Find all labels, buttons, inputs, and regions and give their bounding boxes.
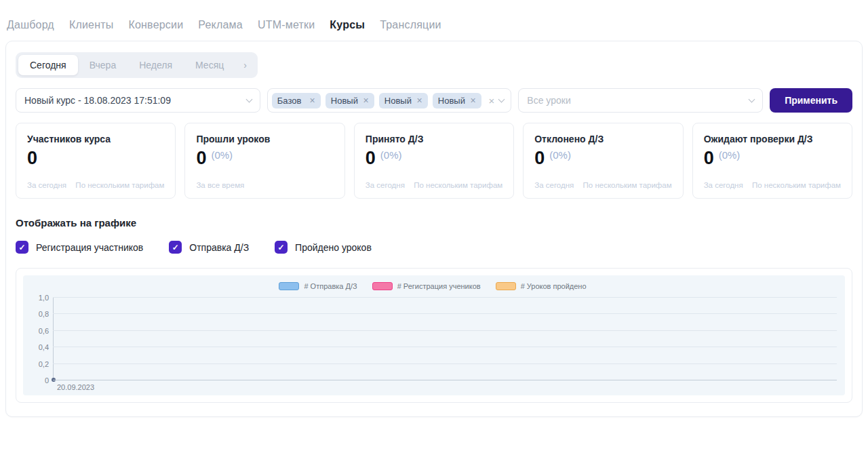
- tariff-chip-label: Базов: [277, 96, 302, 106]
- graph-checkbox-row: ✓ Регистрация участников ✓ Отправка Д/З …: [16, 241, 852, 254]
- tariff-multiselect[interactable]: Базов × Новый × Новый × Новый × ×: [267, 88, 512, 113]
- course-select[interactable]: Новый курс - 18.08.2023 17:51:09: [16, 88, 260, 113]
- legend-swatch: [372, 282, 393, 290]
- legend-item[interactable]: # Уроков пройдено: [496, 282, 587, 290]
- multiselect-clear-icon[interactable]: ×: [489, 96, 495, 106]
- stat-card: Ожидают проверки Д/З 0 (0%) За сегодня П…: [692, 123, 852, 199]
- stat-footer-left: За все время: [196, 181, 244, 189]
- filter-row: Новый курс - 18.08.2023 17:51:09 Базов ×…: [16, 88, 852, 113]
- stat-footer: За сегодня По нескольким тарифам: [366, 181, 502, 189]
- stat-footer-left: За сегодня: [366, 181, 405, 189]
- stat-value-row: 0 (0%): [704, 149, 841, 168]
- stat-title: Прошли уроков: [196, 134, 333, 144]
- nav-item[interactable]: Дашборд: [7, 19, 54, 31]
- lessons-select-placeholder: Все уроки: [527, 95, 570, 106]
- nav-item[interactable]: UTM-метки: [258, 19, 315, 31]
- y-axis-line: [53, 297, 54, 380]
- chevron-down-icon: [498, 96, 505, 103]
- tabs-more-chevron-right-icon[interactable]: ›: [235, 60, 255, 71]
- gridline: 1,0: [53, 297, 837, 298]
- graph-checkbox-item[interactable]: ✓ Регистрация участников: [16, 241, 143, 254]
- nav-item-label: UTM-метки: [258, 19, 315, 31]
- stat-footer-right: По нескольким тарифам: [414, 181, 502, 189]
- checkbox-checked-icon[interactable]: ✓: [275, 241, 288, 254]
- graph-checkbox-item[interactable]: ✓ Пройдено уроков: [275, 241, 372, 254]
- checkbox-label: Пройдено уроков: [295, 242, 372, 253]
- nav-item-label: Реклама: [198, 19, 243, 31]
- stat-percent: (0%): [719, 149, 741, 161]
- stat-value-row: 0 (0%): [196, 149, 333, 168]
- chip-remove-icon[interactable]: ×: [471, 96, 476, 105]
- stat-footer-right: По нескольким тарифам: [75, 181, 164, 189]
- checkbox-label: Регистрация участников: [36, 242, 143, 253]
- graph-checkbox-item[interactable]: ✓ Отправка Д/З: [169, 241, 249, 254]
- chart-plot: 1,0 0,8 0,6 0,4 0,2 0: [53, 297, 837, 380]
- y-tick-label: 0: [27, 376, 49, 385]
- period-tab[interactable]: Вчера: [78, 55, 128, 75]
- chevron-down-icon: [749, 96, 755, 103]
- nav-item[interactable]: Курсы: [330, 19, 365, 31]
- nav-item-label: Курсы: [330, 19, 365, 31]
- apply-button[interactable]: Применить: [770, 88, 852, 113]
- stat-value: 0: [704, 149, 714, 168]
- nav-item[interactable]: Конверсии: [128, 19, 183, 31]
- checkbox-checked-icon[interactable]: ✓: [16, 241, 28, 254]
- stat-card: Участников курса 0 За сегодня По несколь…: [16, 123, 176, 199]
- gridline: 0,6: [53, 330, 837, 331]
- legend-swatch: [496, 282, 516, 290]
- tariff-chip-label: Новый: [331, 96, 358, 106]
- tariff-chip-label: Новый: [438, 96, 465, 106]
- stat-footer-left: За сегодня: [704, 181, 743, 189]
- chip-remove-icon[interactable]: ×: [363, 96, 369, 105]
- period-tab-label: Вчера: [90, 60, 117, 71]
- main-panel: Сегодня Вчера Неделя Месяц › Новый курс …: [5, 41, 863, 417]
- nav-item[interactable]: Реклама: [198, 19, 243, 31]
- period-tab-label: Неделя: [139, 60, 172, 71]
- legend-item[interactable]: # Регистрация учеников: [372, 282, 481, 290]
- stat-card: Отклонено Д/З 0 (0%) За сегодня По неско…: [523, 123, 683, 199]
- chart-legend: # Отправка Д/З # Регистрация учеников # …: [28, 282, 837, 290]
- legend-label: # Уроков пройдено: [521, 282, 587, 290]
- tariff-chip: Базов ×: [272, 93, 321, 109]
- period-tabs-list: Сегодня Вчера Неделя Месяц: [18, 55, 235, 75]
- chip-remove-icon[interactable]: ×: [417, 96, 422, 105]
- nav-item[interactable]: Трансляции: [380, 19, 441, 31]
- stat-footer: За сегодня По нескольким тарифам: [704, 181, 841, 189]
- stat-card: Прошли уроков 0 (0%) За все время: [184, 123, 344, 199]
- period-tab-label: Месяц: [195, 60, 224, 71]
- stat-percent: (0%): [211, 149, 233, 161]
- stat-footer-right: По нескольким тарифам: [752, 181, 841, 189]
- tariff-chip-list: Базов × Новый × Новый × Новый ×: [272, 93, 484, 109]
- gridline: 0,2: [53, 363, 837, 364]
- legend-item[interactable]: # Отправка Д/З: [279, 282, 357, 290]
- stat-footer-left: За сегодня: [27, 181, 66, 189]
- stat-value: 0: [196, 149, 206, 168]
- period-tab[interactable]: Сегодня: [18, 55, 78, 75]
- stat-footer: За сегодня По нескольким тарифам: [534, 181, 671, 189]
- lessons-select[interactable]: Все уроки: [518, 88, 763, 113]
- y-tick-label: 0,8: [27, 310, 49, 318]
- stat-footer: За сегодня По нескольким тарифам: [27, 181, 164, 189]
- top-nav: Дашборд Клиенты Конверсии Реклама UTM-ме…: [0, 0, 868, 31]
- stat-footer-right: По нескольким тарифам: [583, 181, 672, 189]
- course-select-value: Новый курс - 18.08.2023 17:51:09: [24, 95, 171, 106]
- nav-item-label: Конверсии: [128, 19, 183, 31]
- tariff-chip-label: Новый: [384, 96, 412, 106]
- period-tabs: Сегодня Вчера Неделя Месяц ›: [16, 52, 258, 78]
- legend-label: # Регистрация учеников: [397, 282, 481, 290]
- stat-title: Ожидают проверки Д/З: [704, 134, 841, 144]
- stat-value: 0: [534, 149, 545, 168]
- period-tab[interactable]: Неделя: [127, 55, 184, 75]
- x-tick-label: 20.09.2023: [57, 383, 837, 391]
- y-tick-label: 0,4: [27, 343, 49, 351]
- gridline: 0,8: [53, 313, 837, 314]
- period-tab[interactable]: Месяц: [184, 55, 235, 75]
- nav-item[interactable]: Клиенты: [69, 19, 114, 31]
- nav-item-label: Дашборд: [7, 19, 54, 31]
- stat-footer: За все время: [196, 181, 333, 189]
- chip-remove-icon[interactable]: ×: [310, 96, 315, 105]
- checkbox-checked-icon[interactable]: ✓: [169, 241, 182, 254]
- stat-footer-left: За сегодня: [534, 181, 574, 189]
- plot-wrap: 1,0 0,8 0,6 0,4 0,2 0 20.09.2023: [28, 297, 837, 391]
- stat-title: Отклонено Д/З: [534, 134, 671, 144]
